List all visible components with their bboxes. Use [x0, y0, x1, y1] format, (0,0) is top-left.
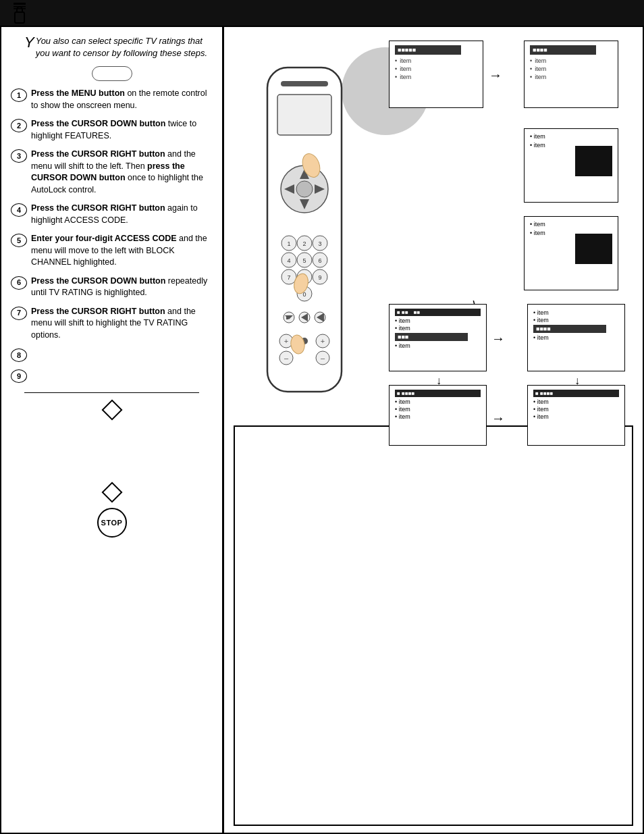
- step-5-text: Enter your four-digit ACCESS CODE and th…: [31, 233, 213, 269]
- svg-text:+: +: [284, 337, 288, 345]
- svg-rect-1: [14, 3, 26, 5]
- svg-rect-2: [14, 6, 26, 7]
- diamond-bottom: [11, 485, 213, 500]
- step-3-number: 3: [11, 149, 27, 163]
- step-6-text: Press the CURSOR DOWN button repeatedly …: [31, 276, 213, 299]
- illustration-area: 1 2 3 4 5 6 7 8 9: [234, 34, 633, 412]
- step-5-number: 5: [11, 234, 27, 247]
- step-7-text: Press the CURSOR RIGHT button and the me…: [31, 306, 213, 342]
- remote-pill-icon: [92, 66, 132, 81]
- step-4: 4 Press the CURSOR RIGHT button again to…: [11, 203, 213, 226]
- screen-box-3: • item • item: [524, 128, 618, 203]
- screen-box-8: ■ ■■■■ • item • item • item: [527, 385, 625, 446]
- step-8: 8: [11, 348, 213, 362]
- screen-box-7: ■ ■■■■ • item • item • item: [389, 385, 487, 446]
- svg-text:–: –: [284, 354, 289, 362]
- step-3: 3 Press the CURSOR RIGHT button and the …: [11, 149, 213, 196]
- step-1-text: Press the MENU button on the remote cont…: [31, 88, 213, 111]
- screen-box-2: ■■■■ item item item: [524, 41, 618, 108]
- arrow-right-3: →: [491, 411, 505, 426]
- step-9: 9: [11, 369, 213, 383]
- step-7-number: 7: [11, 307, 27, 320]
- top-bar: [0, 0, 644, 26]
- diamond-icon-bottom: [101, 482, 122, 503]
- lock-icon: [12, 3, 27, 24]
- svg-rect-0: [15, 12, 24, 23]
- arrow-down-2: ↓: [574, 375, 580, 387]
- svg-text:3: 3: [318, 240, 321, 247]
- svg-rect-5: [281, 81, 328, 86]
- diamond-icon-top: [101, 400, 122, 421]
- step-4-number: 4: [11, 203, 27, 217]
- arrow-right-1: →: [489, 68, 502, 83]
- step-7: 7 Press the CURSOR RIGHT button and the …: [11, 306, 213, 342]
- screens-area: ■■■■■ item item item ■■■■ item item item…: [389, 34, 633, 412]
- remote-symbol: [11, 66, 213, 81]
- svg-text:6: 6: [318, 257, 321, 264]
- svg-text:–: –: [321, 354, 325, 362]
- screen-2-highlight: ■■■■: [530, 45, 596, 55]
- svg-text:2: 2: [302, 240, 306, 247]
- main-content: YYou also can select specific TV ratings…: [0, 26, 644, 834]
- screen-4-black-block: [575, 234, 612, 264]
- step-9-number: 9: [11, 369, 27, 383]
- step-6: 6 Press the CURSOR DOWN button repeatedl…: [11, 276, 213, 299]
- remote-control-area: 1 2 3 4 5 6 7 8 9: [234, 34, 382, 412]
- svg-text:5: 5: [302, 257, 306, 264]
- svg-text:7: 7: [287, 274, 290, 281]
- right-panel: 1 2 3 4 5 6 7 8 9: [224, 27, 643, 833]
- svg-text:4: 4: [287, 257, 290, 264]
- step-2: 2 Press the CURSOR DOWN button twice to …: [11, 118, 213, 142]
- svg-point-12: [296, 181, 313, 197]
- arrow-right-2: →: [491, 331, 505, 346]
- step-2-number: 2: [11, 119, 27, 132]
- svg-text:1: 1: [287, 240, 290, 247]
- step-1-number: 1: [11, 88, 27, 102]
- screen-box-6: • item • item ■■■■ • item: [527, 304, 625, 371]
- step-4-text: Press the CURSOR RIGHT button again to h…: [31, 203, 213, 226]
- stop-button: STOP: [97, 508, 127, 538]
- diamond-top: [11, 402, 213, 417]
- stop-button-container: STOP: [11, 508, 213, 538]
- screen-1-highlight: ■■■■■: [395, 45, 461, 55]
- screen-box-5: ■ ■■ ■■ • item • item ■■■ • item: [389, 304, 487, 371]
- step-6-number: 6: [11, 276, 27, 290]
- svg-rect-6: [277, 95, 331, 135]
- svg-text:9: 9: [318, 274, 321, 281]
- screen-3-black-block: [575, 146, 612, 176]
- step-1: 1 Press the MENU button on the remote co…: [11, 88, 213, 111]
- bottom-text-box: [234, 425, 633, 826]
- step-2-text: Press the CURSOR DOWN button twice to hi…: [31, 118, 213, 142]
- screen-box-1: ■■■■■ item item item: [389, 41, 483, 108]
- step-3-text: Press the CURSOR RIGHT button and the me…: [31, 149, 213, 196]
- divider: [24, 392, 199, 393]
- arrow-down-1: ↓: [436, 375, 441, 387]
- screen-box-4: • item • item: [524, 216, 618, 290]
- spacer: [11, 424, 213, 478]
- svg-text:+: +: [321, 337, 325, 345]
- step-8-number: 8: [11, 348, 27, 362]
- step-5: 5 Enter your four-digit ACCESS CODE and …: [11, 233, 213, 269]
- svg-rect-3: [14, 8, 26, 9]
- intro-text: YYou also can select specific TV ratings…: [11, 35, 213, 59]
- left-panel: YYou also can select specific TV ratings…: [1, 27, 224, 833]
